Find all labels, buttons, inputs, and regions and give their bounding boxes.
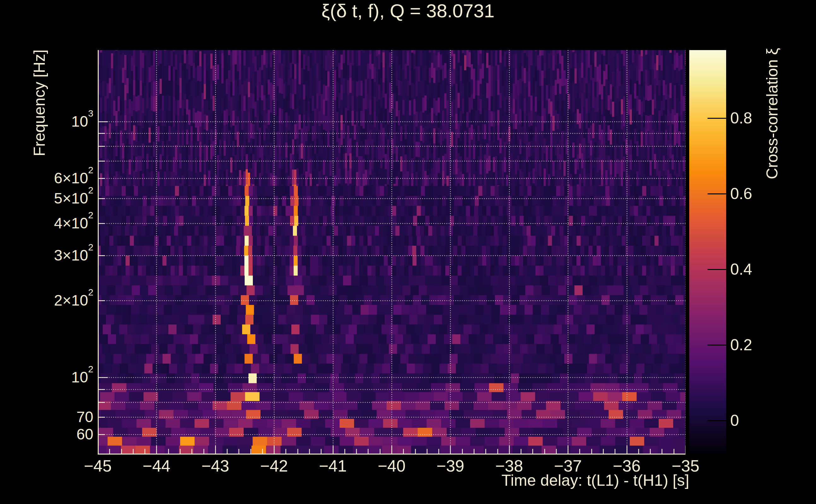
heatmap-canvas — [98, 50, 686, 455]
x-tick-label: −45 — [66, 457, 129, 475]
colorbar-tick-label: 0.4 — [730, 260, 800, 279]
x-tick-label: −42 — [243, 457, 306, 475]
y-tick-label: 3×102 — [11, 246, 93, 265]
colorbar-tick-label: 0.6 — [730, 184, 800, 203]
colorbar-tick-label: 0.2 — [730, 335, 800, 355]
colorbar-tick-mark — [708, 345, 726, 346]
chart-title: ξ(δ t, f), Q = 38.0731 — [0, 0, 816, 22]
x-tick-label: −44 — [125, 457, 188, 475]
y-tick-label: 102 — [11, 368, 93, 387]
y-tick-label: 5×102 — [11, 189, 93, 208]
y-axis-title: Frequency [Hz] — [30, 49, 49, 156]
x-axis-title: Time delay: t(L1) - t(H1) [s] — [374, 471, 689, 490]
colorbar-title: Cross-correlation ξ — [763, 48, 781, 179]
colorbar-tick-mark — [708, 269, 726, 270]
colorbar-tick-mark — [708, 420, 726, 421]
y-tick-label: 60 — [11, 425, 93, 444]
colorbar-tick-mark — [708, 193, 726, 194]
x-tick-label: −41 — [302, 457, 365, 475]
y-tick-label: 2×102 — [11, 291, 93, 310]
colorbar-canvas — [689, 50, 726, 455]
y-tick-label: 103 — [11, 112, 93, 131]
colorbar-tick-label: 0 — [730, 411, 800, 430]
x-tick-label: −43 — [184, 457, 247, 475]
y-tick-label: 4×102 — [11, 214, 93, 233]
colorbar-tick-mark — [708, 118, 726, 119]
y-tick-label: 70 — [11, 408, 93, 427]
y-tick-label: 6×102 — [11, 169, 93, 188]
plot-page: { "page": { "background": "#000000" }, "… — [0, 0, 816, 504]
